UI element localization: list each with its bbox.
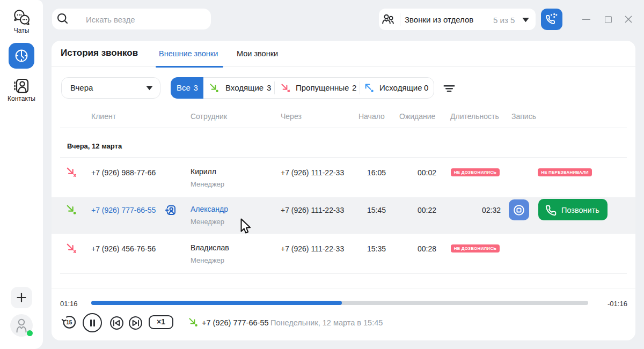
svg-text:15: 15 <box>66 320 72 325</box>
